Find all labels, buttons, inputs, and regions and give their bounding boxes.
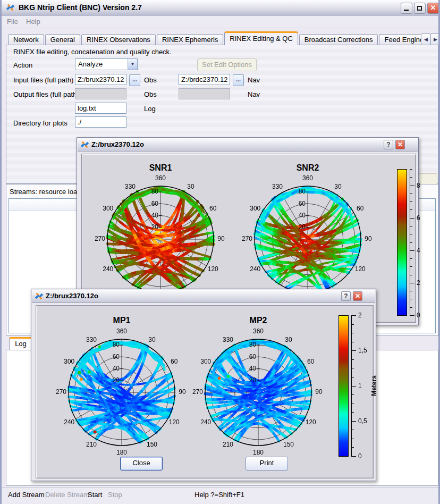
menu-file[interactable]: File bbox=[7, 18, 18, 26]
input-obs-field[interactable] bbox=[75, 74, 126, 85]
minimize-button[interactable] bbox=[401, 3, 412, 14]
dialog-logo-icon bbox=[35, 292, 44, 301]
nav-label-2: Nav bbox=[248, 90, 260, 98]
dialog-help-button[interactable]: ? bbox=[384, 140, 393, 149]
set-edit-options-button[interactable]: Set Edit Options bbox=[197, 58, 257, 71]
action-label: Action bbox=[13, 61, 32, 69]
dialog-mp: Z:/brux2370.12o ? ✕ MP1 MP2 Close Print bbox=[31, 289, 376, 481]
logfile-field[interactable] bbox=[75, 103, 126, 114]
close-icon: ✕ bbox=[428, 4, 438, 12]
tab-scroll-right-button[interactable]: ▶ bbox=[430, 33, 440, 46]
plots-dir-label: Directory for plots bbox=[13, 119, 67, 127]
skyplot-snr2 bbox=[239, 169, 377, 307]
output-obs-field[interactable] bbox=[75, 88, 126, 99]
tab-rinex-ephemeris[interactable]: RINEX Ephemeris bbox=[157, 34, 223, 45]
dialog-close-button[interactable]: ✕ bbox=[395, 140, 405, 149]
output-nav-field[interactable] bbox=[179, 88, 230, 99]
skyplot-mp2 bbox=[189, 322, 327, 460]
dialog-close-button[interactable]: ✕ bbox=[353, 291, 362, 301]
minimize-icon bbox=[404, 10, 409, 11]
browse-obs-button[interactable]: ... bbox=[129, 74, 140, 86]
dialog-snr-titlebar[interactable]: Z:/brux2370.12o ? ✕ bbox=[78, 138, 418, 152]
obs-label-2: Obs bbox=[144, 90, 157, 98]
maximize-button[interactable] bbox=[414, 3, 426, 14]
input-files-label: Input files (full path) bbox=[13, 76, 73, 84]
dialog-logo-icon bbox=[80, 140, 89, 149]
application-window: BKG Ntrip Client (BNC) Version 2.7 ✕ Fil… bbox=[0, 0, 440, 504]
dialog-mp-titlebar[interactable]: Z:/brux2370.12o ? ✕ bbox=[32, 290, 375, 303]
tab-rinex-observations[interactable]: RINEX Observations bbox=[81, 34, 156, 45]
streams-header: Streams: resource load bbox=[10, 188, 81, 196]
dialog-mp-title: Z:/brux2370.12o bbox=[46, 292, 98, 300]
input-nav-field[interactable] bbox=[179, 74, 230, 85]
tab-scroll-left-button[interactable]: ◀ bbox=[421, 33, 431, 46]
app-logo-icon bbox=[6, 3, 15, 12]
output-files-label: Output files (full path) bbox=[13, 90, 79, 98]
close-plot-button[interactable]: Close bbox=[120, 457, 163, 471]
dialog-help-button[interactable]: ? bbox=[341, 291, 351, 301]
plots-dir-field[interactable] bbox=[75, 116, 126, 128]
action-combobox-value: Analyze bbox=[78, 60, 103, 68]
tab-broadcast-corrections[interactable]: Broadcast Corrections bbox=[299, 34, 378, 45]
menu-bar: File Help bbox=[2, 16, 440, 28]
skyplot-mp1 bbox=[53, 322, 191, 460]
tab-log[interactable]: Log bbox=[9, 337, 32, 350]
dialog-snr-title: Z:/brux2370.12o bbox=[91, 140, 144, 148]
maximize-icon bbox=[417, 6, 422, 11]
obs-label: Obs bbox=[144, 76, 157, 84]
mp-colorbar bbox=[334, 309, 382, 463]
tab-general[interactable]: General bbox=[45, 34, 80, 45]
window-title: BKG Ntrip Client (BNC) Version 2.7 bbox=[19, 3, 142, 12]
snr-colorbar bbox=[393, 163, 435, 322]
title-bar[interactable]: BKG Ntrip Client (BNC) Version 2.7 ✕ bbox=[2, 0, 440, 16]
menu-help[interactable]: Help bbox=[26, 18, 40, 26]
nav-label: Nav bbox=[248, 76, 260, 84]
form-intro-text: RINEX file editing, concatenation and qu… bbox=[13, 48, 172, 56]
tab-strip: NetworkGeneralRINEX ObservationsRINEX Ep… bbox=[8, 32, 440, 45]
bottom-action-delete-stream: Delete Stream bbox=[45, 491, 89, 499]
chevron-down-icon[interactable]: ▼ bbox=[128, 59, 137, 70]
tab-network[interactable]: Network bbox=[8, 34, 44, 45]
bottom-action-start[interactable]: Start bbox=[88, 491, 102, 499]
bottom-action-stop: Stop bbox=[108, 491, 122, 499]
browse-nav-button[interactable]: ... bbox=[233, 74, 244, 86]
action-combobox[interactable]: Analyze ▼ bbox=[75, 58, 138, 70]
close-button[interactable]: ✕ bbox=[427, 3, 439, 14]
log-label: Log bbox=[144, 105, 156, 113]
print-plot-button[interactable]: Print bbox=[246, 457, 288, 471]
bottom-action-bar: Help ?=Shift+F1 Add StreamDelete StreamS… bbox=[2, 487, 440, 503]
help-shortcut-label: Help ?=Shift+F1 bbox=[194, 491, 244, 499]
bottom-action-add-stream[interactable]: Add Stream bbox=[8, 491, 45, 499]
skyplot-snr1 bbox=[91, 169, 230, 307]
tab-rinex-editing-qc[interactable]: RINEX Editing & QC bbox=[224, 31, 298, 45]
